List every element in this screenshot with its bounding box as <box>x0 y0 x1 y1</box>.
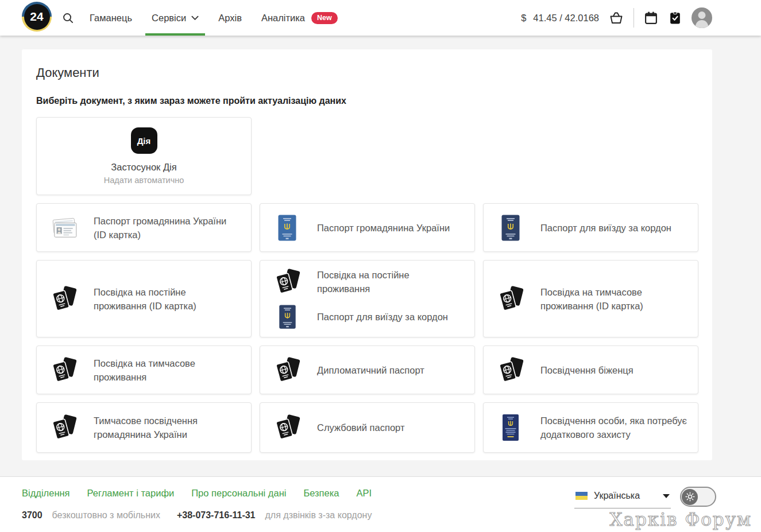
card-label: Посвідка на постійне проживання <box>317 268 464 296</box>
card-label: Паспорт для виїзду за кордон <box>317 310 448 324</box>
phone-intl-note: для дзвінків з-за кордону <box>265 510 372 521</box>
card-label: Паспорт для виїзду за кордон <box>540 221 671 235</box>
page-title: Документи <box>36 65 698 80</box>
footer-phones: 3700 безкоштовно з мобільних +38-073-716… <box>22 510 761 521</box>
card-permanent-residence-id[interactable]: Посвідка на постійне проживання (ID карт… <box>36 260 252 337</box>
card-diia-app[interactable]: Дія Застосунок Дія Надати автоматично <box>36 117 252 195</box>
page-footer: Відділення Регламент і тарифи Про персон… <box>0 476 761 532</box>
caret-down-icon <box>663 494 670 498</box>
privat24-logo[interactable]: 24 <box>22 2 52 32</box>
card-label: Паспорт громадянина України (ID картка) <box>94 214 241 242</box>
page-subtitle: Виберіть документ, з яким зараз можете п… <box>36 96 698 106</box>
nav-item-archive[interactable]: Архів <box>208 0 252 36</box>
currency-values: 41.45 / 42.0168 <box>533 13 599 24</box>
nav-label: Архів <box>218 13 242 24</box>
currency-symbol: $ <box>521 13 526 24</box>
nav-label: Сервіси <box>152 13 186 24</box>
chevron-down-icon <box>191 15 199 21</box>
card-label: Тимчасове посвідчення громадянина Україн… <box>94 414 231 441</box>
footer-link-branches[interactable]: Відділення <box>22 488 70 499</box>
ukraine-flag-icon <box>575 492 588 500</box>
card-label: Паспорт громадянина України <box>317 221 450 235</box>
navbar-right: $ 41.45 / 42.0168 <box>521 7 712 28</box>
card-label: Дипломатичний паспорт <box>317 363 424 377</box>
nav-label: Гаманець <box>90 13 132 24</box>
passports-black-icon <box>273 356 302 384</box>
card-passport-id-card[interactable]: Паспорт громадянина України (ID картка) <box>36 203 252 252</box>
footer-link-tariffs[interactable]: Регламент і тарифи <box>87 488 175 499</box>
currency-rates[interactable]: $ 41.45 / 42.0168 <box>521 13 599 24</box>
nav-item-services[interactable]: Сервіси <box>142 0 208 36</box>
card-label: Посвідчення біженця <box>540 363 633 377</box>
diia-card-subtitle: Надати автоматично <box>104 176 184 185</box>
documents-grid: Дія Застосунок Дія Надати автоматично Па… <box>36 117 698 453</box>
basket-button[interactable] <box>609 11 624 25</box>
search-button[interactable] <box>62 12 74 24</box>
nav-label: Аналітика <box>261 13 305 24</box>
calendar-icon <box>644 11 658 25</box>
nav-item-analytics[interactable]: Аналітика <box>252 0 315 36</box>
phone-short: 3700 <box>22 510 43 521</box>
navbar-divider <box>633 8 634 28</box>
card-diplomatic-passport[interactable]: Дипломатичний паспорт <box>260 345 475 394</box>
card-passport-citizen[interactable]: Паспорт громадянина України <box>260 203 475 252</box>
phone-short-note: безкоштовно з мобільних <box>52 510 160 521</box>
card-label: Посвідка на тимчасове проживання <box>94 356 220 384</box>
footer-link-api[interactable]: API <box>356 488 372 499</box>
diia-app-icon: Дія <box>131 127 157 154</box>
card-label: Службовий паспорт <box>317 421 404 434</box>
passports-black-icon <box>49 356 78 384</box>
booklet-navy-icon <box>496 414 525 441</box>
toggle-knob <box>682 489 698 505</box>
search-icon <box>62 12 74 24</box>
card-additional-protection-certificate[interactable]: Посвідчення особи, яка потребує додатков… <box>483 402 698 453</box>
diia-card-title: Застосунок Дія <box>111 162 176 173</box>
card-service-passport[interactable]: Службовий паспорт <box>260 402 475 453</box>
theme-toggle[interactable] <box>680 487 716 507</box>
id-card-icon <box>49 216 78 239</box>
documents-panel: Документи Виберіть документ, з яким зара… <box>22 49 712 460</box>
card-passport-travel[interactable]: Паспорт для виїзду за кордон <box>483 203 698 252</box>
card-temporary-residence-id[interactable]: Посвідка на тимчасове проживання (ID кар… <box>483 260 698 337</box>
combo-row-travel-passport: Паспорт для виїзду за кордон <box>273 304 464 329</box>
card-label: Посвідка на тимчасове проживання (ID кар… <box>540 285 673 313</box>
passports-black-icon <box>49 414 78 441</box>
passport-blue-icon <box>273 214 302 242</box>
phone-intl: +38-073-716-11-31 <box>177 510 256 521</box>
passports-black-icon <box>273 268 302 296</box>
nav-item-wallet[interactable]: Гаманець <box>80 0 142 36</box>
passports-black-icon <box>49 285 78 313</box>
footer-right: Українська <box>574 488 716 508</box>
passport-navy-icon <box>496 214 525 242</box>
top-navbar: 24 Гаманець Сервіси Архів Аналітика New … <box>0 0 761 36</box>
card-label: Посвідка на постійне проживання (ID карт… <box>94 285 241 313</box>
card-temporary-residence[interactable]: Посвідка на тимчасове проживання <box>36 345 252 394</box>
footer-link-security[interactable]: Безпека <box>303 488 339 499</box>
passports-black-icon <box>496 285 525 313</box>
passports-black-icon <box>496 356 525 384</box>
passports-black-icon <box>273 414 302 441</box>
main-nav: Гаманець Сервіси Архів Аналітика New <box>80 0 338 36</box>
new-badge: New <box>311 12 338 24</box>
combo-row-permanent-residence: Посвідка на постійне проживання <box>273 268 464 296</box>
logo-label: 24 <box>24 4 50 30</box>
card-label: Посвідчення особи, яка потребує додатков… <box>540 414 687 441</box>
basket-icon <box>609 11 624 25</box>
tasks-button[interactable] <box>668 11 682 25</box>
calendar-button[interactable] <box>644 11 658 25</box>
profile-avatar[interactable] <box>692 7 712 28</box>
clipboard-check-icon <box>668 11 682 25</box>
language-select[interactable]: Українська <box>574 488 671 508</box>
sun-icon <box>685 491 696 502</box>
card-refugee-certificate[interactable]: Посвідчення біженця <box>483 345 698 394</box>
language-label: Українська <box>594 491 640 501</box>
card-permanent-residence-combo[interactable]: Посвідка на постійне проживання Паспорт … <box>260 260 475 337</box>
passport-navy-icon <box>273 304 302 329</box>
footer-link-personal-data[interactable]: Про персональні дані <box>191 488 286 499</box>
card-temporary-citizen-certificate[interactable]: Тимчасове посвідчення громадянина Україн… <box>36 402 252 453</box>
